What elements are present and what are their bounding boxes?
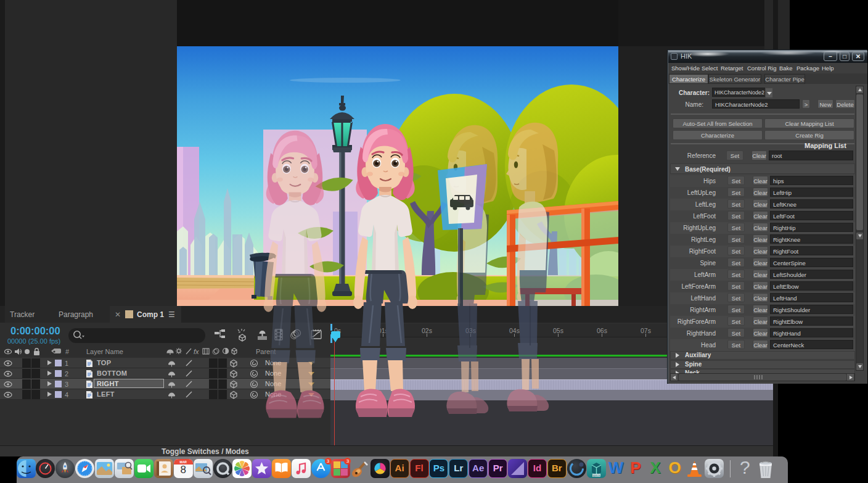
svg-text:fx: fx	[194, 348, 199, 355]
svg-text:MAYA: MAYA	[592, 474, 600, 477]
